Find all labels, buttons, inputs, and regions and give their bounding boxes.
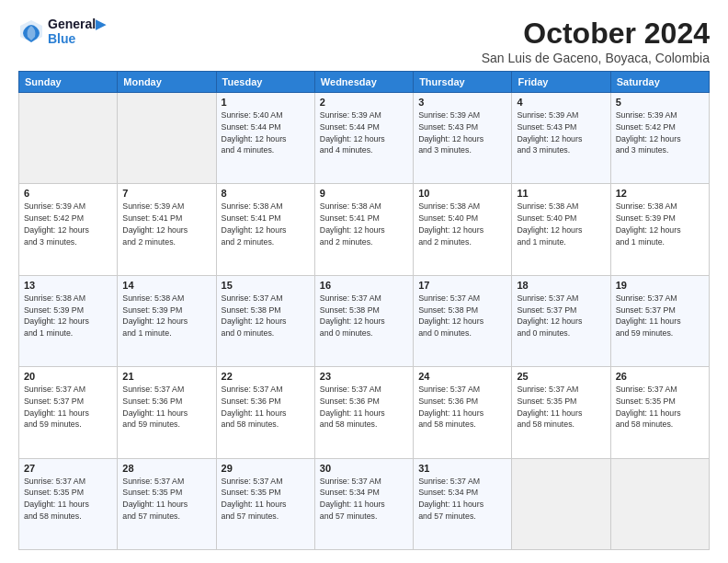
day-info: Sunrise: 5:37 AM Sunset: 5:38 PM Dayligh…	[222, 293, 310, 339]
day-info: Sunrise: 5:37 AM Sunset: 5:35 PM Dayligh…	[122, 476, 210, 523]
calendar-week-5: 27Sunrise: 5:37 AM Sunset: 5:35 PM Dayli…	[19, 458, 710, 549]
day-info: Sunrise: 5:38 AM Sunset: 5:39 PM Dayligh…	[616, 201, 704, 247]
day-number: 27	[24, 463, 112, 474]
month-title: October 2024	[482, 17, 710, 51]
table-row: 3Sunrise: 5:39 AM Sunset: 5:43 PM Daylig…	[414, 93, 512, 184]
day-number: 29	[222, 463, 310, 474]
day-number: 1	[222, 97, 310, 108]
table-row: 7Sunrise: 5:39 AM Sunset: 5:41 PM Daylig…	[118, 184, 216, 275]
day-info: Sunrise: 5:37 AM Sunset: 5:36 PM Dayligh…	[222, 384, 310, 431]
calendar-week-1: 1Sunrise: 5:40 AM Sunset: 5:44 PM Daylig…	[19, 93, 710, 184]
day-info: Sunrise: 5:39 AM Sunset: 5:41 PM Dayligh…	[122, 201, 210, 247]
day-info: Sunrise: 5:37 AM Sunset: 5:38 PM Dayligh…	[418, 293, 506, 339]
table-row: 31Sunrise: 5:37 AM Sunset: 5:34 PM Dayli…	[414, 458, 512, 549]
col-tuesday: Tuesday	[216, 72, 314, 93]
logo: General▶ Blue	[18, 17, 106, 46]
page: General▶ Blue October 2024 San Luis de G…	[0, 0, 728, 563]
day-info: Sunrise: 5:37 AM Sunset: 5:34 PM Dayligh…	[320, 476, 408, 523]
day-info: Sunrise: 5:37 AM Sunset: 5:35 PM Dayligh…	[222, 476, 310, 523]
calendar-week-4: 20Sunrise: 5:37 AM Sunset: 5:37 PM Dayli…	[19, 367, 710, 458]
table-row	[512, 458, 610, 549]
table-row: 15Sunrise: 5:37 AM Sunset: 5:38 PM Dayli…	[216, 275, 314, 366]
day-info: Sunrise: 5:37 AM Sunset: 5:37 PM Dayligh…	[517, 293, 605, 339]
day-number: 12	[616, 188, 704, 199]
table-row: 9Sunrise: 5:38 AM Sunset: 5:41 PM Daylig…	[314, 184, 413, 275]
day-info: Sunrise: 5:38 AM Sunset: 5:39 PM Dayligh…	[24, 293, 112, 339]
day-info: Sunrise: 5:40 AM Sunset: 5:44 PM Dayligh…	[222, 109, 310, 156]
table-row: 24Sunrise: 5:37 AM Sunset: 5:36 PM Dayli…	[414, 367, 512, 458]
table-row: 27Sunrise: 5:37 AM Sunset: 5:35 PM Dayli…	[19, 458, 118, 549]
table-row: 2Sunrise: 5:39 AM Sunset: 5:44 PM Daylig…	[314, 93, 413, 184]
table-row: 6Sunrise: 5:39 AM Sunset: 5:42 PM Daylig…	[19, 184, 118, 275]
calendar-week-2: 6Sunrise: 5:39 AM Sunset: 5:42 PM Daylig…	[19, 184, 710, 275]
day-info: Sunrise: 5:37 AM Sunset: 5:36 PM Dayligh…	[122, 384, 210, 431]
day-number: 20	[24, 371, 112, 382]
title-block: October 2024 San Luis de Gaceno, Boyaca,…	[482, 17, 710, 65]
day-number: 14	[122, 280, 210, 291]
col-thursday: Thursday	[414, 72, 512, 93]
day-info: Sunrise: 5:38 AM Sunset: 5:41 PM Dayligh…	[320, 201, 408, 247]
calendar-header-row: Sunday Monday Tuesday Wednesday Thursday…	[19, 72, 710, 93]
table-row: 4Sunrise: 5:39 AM Sunset: 5:43 PM Daylig…	[512, 93, 610, 184]
day-number: 4	[517, 97, 605, 108]
day-number: 22	[222, 371, 310, 382]
calendar-table: Sunday Monday Tuesday Wednesday Thursday…	[18, 71, 710, 550]
day-info: Sunrise: 5:37 AM Sunset: 5:35 PM Dayligh…	[24, 476, 112, 523]
day-info: Sunrise: 5:37 AM Sunset: 5:34 PM Dayligh…	[418, 476, 506, 523]
day-number: 19	[616, 280, 704, 291]
table-row: 30Sunrise: 5:37 AM Sunset: 5:34 PM Dayli…	[314, 458, 413, 549]
table-row: 18Sunrise: 5:37 AM Sunset: 5:37 PM Dayli…	[512, 275, 610, 366]
day-number: 6	[24, 188, 112, 199]
day-number: 10	[418, 188, 506, 199]
day-info: Sunrise: 5:39 AM Sunset: 5:43 PM Dayligh…	[517, 109, 605, 156]
day-number: 24	[418, 371, 506, 382]
table-row: 25Sunrise: 5:37 AM Sunset: 5:35 PM Dayli…	[512, 367, 610, 458]
day-info: Sunrise: 5:37 AM Sunset: 5:37 PM Dayligh…	[616, 293, 704, 339]
day-info: Sunrise: 5:37 AM Sunset: 5:36 PM Dayligh…	[418, 384, 506, 431]
table-row: 22Sunrise: 5:37 AM Sunset: 5:36 PM Dayli…	[216, 367, 314, 458]
table-row: 19Sunrise: 5:37 AM Sunset: 5:37 PM Dayli…	[610, 275, 709, 366]
day-number: 17	[418, 280, 506, 291]
table-row	[610, 458, 709, 549]
day-info: Sunrise: 5:37 AM Sunset: 5:38 PM Dayligh…	[320, 293, 408, 339]
table-row	[118, 93, 216, 184]
table-row: 11Sunrise: 5:38 AM Sunset: 5:40 PM Dayli…	[512, 184, 610, 275]
day-number: 31	[418, 463, 506, 474]
col-wednesday: Wednesday	[314, 72, 413, 93]
table-row	[19, 93, 118, 184]
table-row: 16Sunrise: 5:37 AM Sunset: 5:38 PM Dayli…	[314, 275, 413, 366]
col-sunday: Sunday	[19, 72, 118, 93]
day-number: 23	[320, 371, 408, 382]
day-info: Sunrise: 5:37 AM Sunset: 5:35 PM Dayligh…	[517, 384, 605, 431]
table-row: 10Sunrise: 5:38 AM Sunset: 5:40 PM Dayli…	[414, 184, 512, 275]
day-number: 2	[320, 97, 408, 108]
day-info: Sunrise: 5:39 AM Sunset: 5:42 PM Dayligh…	[616, 109, 704, 156]
day-info: Sunrise: 5:37 AM Sunset: 5:37 PM Dayligh…	[24, 384, 112, 431]
table-row: 21Sunrise: 5:37 AM Sunset: 5:36 PM Dayli…	[118, 367, 216, 458]
day-number: 26	[616, 371, 704, 382]
day-number: 21	[122, 371, 210, 382]
day-number: 13	[24, 280, 112, 291]
day-number: 11	[517, 188, 605, 199]
day-info: Sunrise: 5:38 AM Sunset: 5:40 PM Dayligh…	[418, 201, 506, 247]
table-row: 14Sunrise: 5:38 AM Sunset: 5:39 PM Dayli…	[118, 275, 216, 366]
col-saturday: Saturday	[610, 72, 709, 93]
table-row: 26Sunrise: 5:37 AM Sunset: 5:35 PM Dayli…	[610, 367, 709, 458]
table-row: 20Sunrise: 5:37 AM Sunset: 5:37 PM Dayli…	[19, 367, 118, 458]
day-number: 15	[222, 280, 310, 291]
table-row: 29Sunrise: 5:37 AM Sunset: 5:35 PM Dayli…	[216, 458, 314, 549]
day-number: 16	[320, 280, 408, 291]
day-info: Sunrise: 5:38 AM Sunset: 5:40 PM Dayligh…	[517, 201, 605, 247]
day-number: 3	[418, 97, 506, 108]
logo-icon	[18, 18, 44, 44]
day-info: Sunrise: 5:38 AM Sunset: 5:41 PM Dayligh…	[222, 201, 310, 247]
col-friday: Friday	[512, 72, 610, 93]
table-row: 1Sunrise: 5:40 AM Sunset: 5:44 PM Daylig…	[216, 93, 314, 184]
day-number: 28	[122, 463, 210, 474]
day-info: Sunrise: 5:38 AM Sunset: 5:39 PM Dayligh…	[122, 293, 210, 339]
day-info: Sunrise: 5:39 AM Sunset: 5:44 PM Dayligh…	[320, 109, 408, 156]
col-monday: Monday	[118, 72, 216, 93]
day-info: Sunrise: 5:39 AM Sunset: 5:42 PM Dayligh…	[24, 201, 112, 247]
table-row: 8Sunrise: 5:38 AM Sunset: 5:41 PM Daylig…	[216, 184, 314, 275]
day-number: 18	[517, 280, 605, 291]
